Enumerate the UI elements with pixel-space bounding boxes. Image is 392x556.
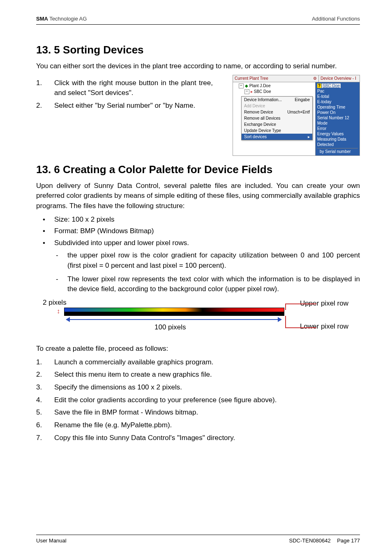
ov-etoday: E-today: [317, 99, 358, 104]
section-13-6-intro: Upon delivery of Sunny Data Control, sev…: [36, 181, 360, 211]
section-13-5-steps: 1.Click with the right mouse button in t…: [36, 78, 213, 111]
width-arrow-icon: [66, 317, 282, 322]
howto-6: Rename the file (e.g. MyPalette.pbm).: [54, 420, 360, 431]
bracket-upper: [285, 303, 293, 310]
ov-optime: Operating Time: [317, 104, 358, 110]
palette-gradient: [64, 308, 284, 316]
ov-mode: Mode: [317, 120, 358, 126]
section-13-6-title: 13. 6 Creating a Color Palette for Devic…: [36, 163, 360, 176]
howto-5: Save the file in BMP format - Windows bi…: [54, 408, 360, 418]
minus-icon[interactable]: −: [239, 83, 244, 88]
bullet-size: Size: 100 x 2 pixels: [36, 215, 360, 225]
howto-2: Select this menu item to create a new gr…: [54, 370, 360, 380]
bullet-subdiv: Subdivided into upper and lower pixel ro…: [36, 238, 360, 248]
bullet-format: Format: BMP (Windows Bitmap): [36, 226, 360, 236]
chevron-right-icon: ▸: [308, 134, 310, 139]
footer-docid: SDC-TEN080642: [289, 537, 331, 544]
footer-page: Page 177: [337, 537, 360, 544]
brand-bold: SMA: [36, 16, 48, 22]
ctx-add-device: Add Device: [242, 103, 312, 109]
brand-rest: Technologie AG: [48, 16, 87, 22]
label-lower-row: Lower pixel row: [300, 322, 348, 331]
minus-icon[interactable]: −: [244, 89, 249, 94]
ctx-device-info[interactable]: Device Information...Eingabe: [242, 97, 312, 103]
header-brand: SMA Technologie AG: [36, 16, 87, 22]
device-overview-panel: ?SBC Doe Pac E-total E-today Operating T…: [316, 82, 360, 156]
ov-etotal: E-total: [317, 94, 358, 99]
ov-pac: Pac: [317, 88, 358, 94]
gradient-segment: [130, 308, 163, 312]
dash-upper: the upper pixel row is the color gradien…: [36, 250, 360, 271]
label-2px: 2 pixels: [43, 299, 67, 307]
step-1: Click with the right mouse button in the…: [54, 78, 213, 98]
ctx-exchange[interactable]: Exchange Device: [242, 121, 312, 127]
ov-measuring: Measuring Data: [317, 137, 358, 142]
tree-node-plant[interactable]: −◆ Plant J.Doe: [233, 83, 315, 89]
palette-row-desc: the upper pixel row is the color gradien…: [36, 250, 360, 294]
section-13-5-title: 13. 5 Sorting Devices: [36, 44, 360, 56]
howto-intro: To create a palette file, proceed as fol…: [36, 344, 360, 354]
page-footer: User Manual SDC-TEN080642 Page 177: [36, 535, 360, 544]
howto-4: Edit the color gradients according to yo…: [54, 395, 360, 405]
tree-panel-header: Current Plant Tree ⚙: [233, 75, 319, 82]
dash-lower: The lower pixel row represents the text …: [36, 274, 360, 294]
footer-left: User Manual: [36, 537, 67, 544]
howto-steps: 1.Launch a commercially available graphi…: [36, 357, 360, 443]
page-header: SMA Technologie AG Additional Functions: [36, 16, 360, 25]
tree-node-sbc[interactable]: −▸ SBC Doe: [233, 89, 315, 95]
gear-icon[interactable]: ⚙: [313, 76, 317, 81]
plant-tree[interactable]: −◆ Plant J.Doe −▸ SBC Doe Device Informa…: [233, 82, 316, 156]
ctx-remove-device[interactable]: Remove DeviceUmsch+Entf: [242, 109, 312, 115]
ctx-remove-all[interactable]: Remove all Devices: [242, 115, 312, 121]
header-section: Additional Functions: [312, 16, 360, 22]
ov-poweron: Power On: [317, 110, 358, 115]
ov-error: Error: [317, 126, 358, 131]
gradient-segment: [229, 308, 284, 312]
step-2: Select either "by Serial number" or "by …: [54, 101, 213, 111]
howto-7: Copy this file into Sunny Data Control's…: [54, 433, 360, 443]
height-arrow-icon: [57, 308, 60, 315]
gradient-segment: [185, 308, 203, 312]
section-13-5-intro: You can either sort the devices in the p…: [36, 61, 360, 72]
gradient-segment: [163, 308, 185, 312]
plant-tree-screenshot: Current Plant Tree ⚙ Device Overview - I…: [233, 75, 360, 156]
howto-3: Specify the dimensions as 100 x 2 pixels…: [54, 382, 360, 393]
gradient-segment: [203, 308, 229, 312]
bracket-lower: [285, 316, 293, 328]
ov-detected: Detected: [317, 142, 358, 147]
device-overview-header: Device Overview - I: [319, 75, 360, 82]
palette-structure-list: Size: 100 x 2 pixels Format: BMP (Window…: [36, 215, 360, 248]
ctx-update-type[interactable]: Update Device Type: [242, 127, 312, 134]
context-menu: Device Information...Eingabe Add Device …: [241, 96, 313, 140]
ctx-submenu-serial[interactable]: by Serial number: [317, 148, 358, 155]
howto-1: Launch a commercially available graphics…: [54, 357, 360, 368]
help-icon[interactable]: ?: [317, 83, 321, 88]
ctx-sort-devices[interactable]: Sort devices▸: [242, 134, 312, 140]
palette-lower-row: [65, 312, 284, 315]
ov-serial: Serial Number 12: [317, 115, 358, 120]
palette-figure: 2 pixels Upper pixel row Lower pixel row…: [36, 299, 360, 336]
device-link[interactable]: ?SBC Doe: [317, 83, 358, 88]
gradient-segment: [65, 308, 130, 312]
ov-energy: Energy Values: [317, 131, 358, 137]
label-100px: 100 pixels: [154, 323, 186, 331]
